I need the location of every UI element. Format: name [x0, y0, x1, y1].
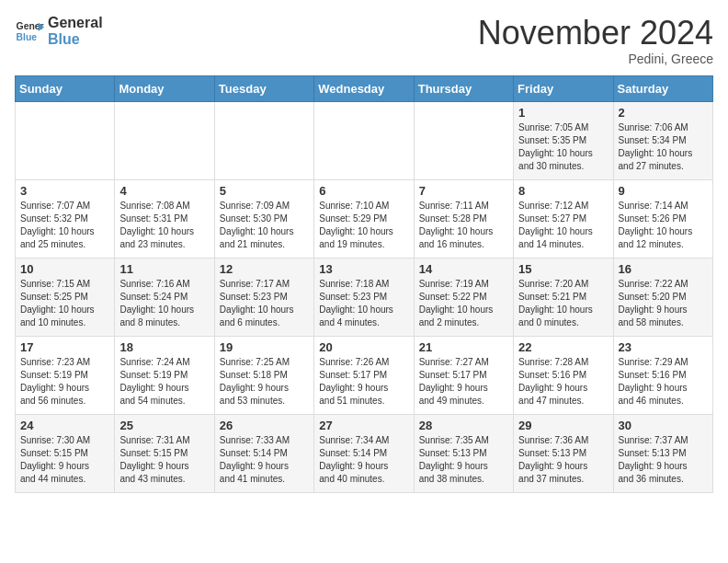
day-info-line: Daylight: 10 hours [119, 226, 194, 236]
day-cell: 29Sunrise: 7:36 AMSunset: 5:13 PMDayligh… [514, 414, 613, 492]
header-cell-monday: Monday [115, 75, 214, 101]
day-info: Sunrise: 7:30 AMSunset: 5:15 PMDaylight:… [20, 434, 109, 486]
day-info: Sunrise: 7:06 AMSunset: 5:34 PMDaylight:… [619, 121, 708, 173]
day-info-line: Sunset: 5:29 PM [319, 213, 387, 224]
day-info-line: and 6 minutes. [220, 317, 280, 327]
day-info-line: Sunset: 5:15 PM [20, 448, 88, 458]
week-row-5: 24Sunrise: 7:30 AMSunset: 5:15 PMDayligh… [16, 414, 713, 492]
day-info: Sunrise: 7:19 AMSunset: 5:22 PMDaylight:… [419, 278, 508, 329]
day-info-line: Sunrise: 7:20 AM [518, 279, 588, 289]
header-cell-thursday: Thursday [414, 75, 513, 101]
day-info-line: Sunrise: 7:29 AM [619, 357, 688, 367]
calendar-header: SundayMondayTuesdayWednesdayThursdayFrid… [16, 75, 713, 101]
day-info-line: Daylight: 10 hours [220, 304, 294, 315]
day-info: Sunrise: 7:14 AMSunset: 5:26 PMDaylight:… [619, 200, 708, 251]
day-number: 12 [220, 262, 309, 276]
day-number: 10 [20, 262, 109, 276]
day-info-line: Sunset: 5:17 PM [419, 370, 487, 380]
day-info: Sunrise: 7:10 AMSunset: 5:29 PMDaylight:… [319, 200, 408, 251]
day-cell: 9Sunrise: 7:14 AMSunset: 5:26 PMDaylight… [613, 179, 712, 258]
day-info-line: Daylight: 10 hours [518, 148, 593, 158]
day-info-line: Sunrise: 7:27 AM [419, 357, 489, 367]
day-info: Sunrise: 7:31 AMSunset: 5:15 PMDaylight:… [119, 434, 209, 486]
day-number: 30 [619, 419, 708, 432]
title-block: November 2024 Pedini, Greece [478, 15, 713, 66]
day-cell: 17Sunrise: 7:23 AMSunset: 5:19 PMDayligh… [16, 336, 115, 414]
header-cell-sunday: Sunday [16, 75, 115, 101]
day-number: 22 [518, 340, 608, 354]
day-cell: 11Sunrise: 7:16 AMSunset: 5:24 PMDayligh… [115, 258, 214, 336]
day-info: Sunrise: 7:29 AMSunset: 5:16 PMDaylight:… [619, 356, 708, 408]
day-info: Sunrise: 7:09 AMSunset: 5:30 PMDaylight:… [220, 200, 309, 251]
day-cell: 16Sunrise: 7:22 AMSunset: 5:20 PMDayligh… [613, 258, 712, 336]
day-cell: 10Sunrise: 7:15 AMSunset: 5:25 PMDayligh… [16, 258, 115, 336]
day-info-line: Daylight: 9 hours [518, 461, 587, 471]
day-number: 20 [319, 340, 408, 354]
day-cell: 28Sunrise: 7:35 AMSunset: 5:13 PMDayligh… [414, 414, 513, 492]
day-info-line: Sunrise: 7:14 AM [619, 201, 688, 211]
day-info-line: Sunset: 5:31 PM [119, 213, 188, 224]
day-info-line: Sunrise: 7:25 AM [220, 357, 290, 367]
day-cell: 6Sunrise: 7:10 AMSunset: 5:29 PMDaylight… [314, 179, 414, 258]
calendar-table: SundayMondayTuesdayWednesdayThursdayFrid… [15, 75, 713, 493]
day-cell [314, 101, 414, 179]
day-info: Sunrise: 7:08 AMSunset: 5:31 PMDaylight:… [119, 200, 209, 251]
day-number: 26 [220, 419, 309, 432]
day-info-line: Sunset: 5:13 PM [518, 448, 586, 458]
day-number: 17 [20, 340, 109, 354]
day-info-line: Sunset: 5:23 PM [319, 292, 387, 302]
svg-text:Blue: Blue [17, 31, 38, 41]
day-info-line: and 41 minutes. [220, 474, 285, 484]
day-info-line: Sunset: 5:13 PM [619, 448, 687, 458]
day-info-line: and 40 minutes. [319, 474, 384, 484]
day-number: 7 [419, 184, 508, 198]
day-info-line: and 44 minutes. [20, 474, 85, 484]
day-info-line: Daylight: 9 hours [619, 461, 688, 471]
day-info-line: Daylight: 10 hours [518, 304, 593, 315]
week-row-4: 17Sunrise: 7:23 AMSunset: 5:19 PMDayligh… [16, 336, 713, 414]
day-info: Sunrise: 7:26 AMSunset: 5:17 PMDaylight:… [319, 356, 408, 408]
logo-general: General [48, 15, 103, 31]
day-info-line: Sunset: 5:18 PM [220, 370, 288, 380]
day-info-line: and 58 minutes. [619, 317, 684, 327]
day-cell: 24Sunrise: 7:30 AMSunset: 5:15 PMDayligh… [16, 414, 115, 492]
day-info-line: Sunrise: 7:09 AM [220, 201, 290, 211]
day-info-line: Sunrise: 7:28 AM [518, 357, 588, 367]
day-info-line: Sunset: 5:22 PM [419, 292, 487, 302]
day-cell: 19Sunrise: 7:25 AMSunset: 5:18 PMDayligh… [214, 336, 313, 414]
day-info: Sunrise: 7:36 AMSunset: 5:13 PMDaylight:… [518, 434, 608, 486]
day-cell: 5Sunrise: 7:09 AMSunset: 5:30 PMDaylight… [214, 179, 313, 258]
month-title: November 2024 [478, 15, 713, 52]
day-info-line: and 47 minutes. [518, 396, 584, 406]
day-number: 3 [20, 184, 109, 198]
day-info-line: Sunrise: 7:34 AM [319, 435, 389, 445]
calendar-body: 1Sunrise: 7:05 AMSunset: 5:35 PMDaylight… [16, 101, 713, 492]
day-info-line: Sunset: 5:27 PM [518, 213, 586, 224]
day-cell: 12Sunrise: 7:17 AMSunset: 5:23 PMDayligh… [214, 258, 313, 336]
day-info-line: Sunrise: 7:17 AM [220, 279, 290, 289]
day-info: Sunrise: 7:25 AMSunset: 5:18 PMDaylight:… [220, 356, 309, 408]
day-cell: 8Sunrise: 7:12 AMSunset: 5:27 PMDaylight… [514, 179, 613, 258]
day-info-line: Daylight: 9 hours [319, 383, 388, 393]
day-info-line: Sunrise: 7:07 AM [20, 201, 90, 211]
day-info-line: and 0 minutes. [518, 317, 579, 327]
day-info-line: Sunrise: 7:23 AM [20, 357, 90, 367]
day-info-line: Sunset: 5:23 PM [220, 292, 288, 302]
day-cell: 18Sunrise: 7:24 AMSunset: 5:19 PMDayligh… [115, 336, 214, 414]
day-info-line: Daylight: 10 hours [220, 226, 294, 236]
day-info-line: Daylight: 9 hours [20, 383, 89, 393]
day-info-line: and 46 minutes. [619, 396, 684, 406]
day-info-line: and 14 minutes. [518, 239, 584, 249]
day-info-line: Sunset: 5:21 PM [518, 292, 586, 302]
page-header: General Blue General Blue November 2024 … [15, 15, 713, 66]
day-info: Sunrise: 7:37 AMSunset: 5:13 PMDaylight:… [619, 434, 708, 486]
day-info-line: Daylight: 9 hours [619, 383, 688, 393]
day-info-line: and 10 minutes. [20, 317, 85, 327]
day-info-line: Sunset: 5:34 PM [619, 135, 687, 145]
day-cell: 20Sunrise: 7:26 AMSunset: 5:17 PMDayligh… [314, 336, 414, 414]
day-info-line: and 37 minutes. [518, 474, 584, 484]
day-info: Sunrise: 7:18 AMSunset: 5:23 PMDaylight:… [319, 278, 408, 329]
day-number: 29 [518, 419, 608, 432]
day-number: 28 [419, 419, 508, 432]
day-info-line: and 19 minutes. [319, 239, 384, 249]
